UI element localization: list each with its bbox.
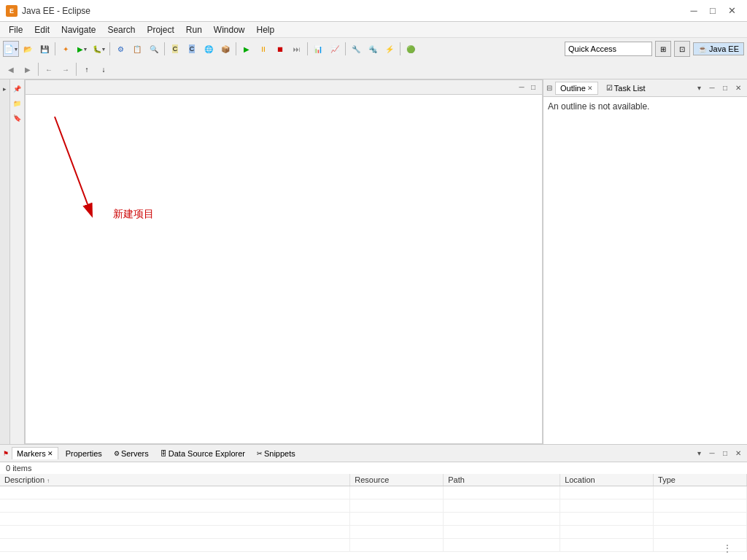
datasource-tab[interactable]: 🗄 Data Source Explorer [156, 448, 249, 459]
perspective-open-button[interactable]: ⊞ [655, 41, 671, 57]
col-header-location[interactable]: Location [560, 474, 654, 486]
servers-tab-label: Servers [121, 449, 149, 458]
window-title: Java EE - Eclipse [22, 6, 684, 16]
bp-minimize-button[interactable]: ─ [706, 448, 718, 459]
toolbar-btn-e1[interactable]: 📊 [310, 41, 326, 57]
toolbar-btn-d3[interactable]: ⏹ [272, 41, 288, 57]
bp-maximize-button[interactable]: □ [719, 448, 731, 459]
perspective-restore-button[interactable]: ⊡ [674, 41, 690, 57]
sidebar-icon-1[interactable]: ▸ [0, 83, 11, 95]
toolbar-btn-ext1[interactable]: ⚙ [112, 41, 128, 57]
toolbar-btn-g1[interactable]: 🟢 [403, 41, 419, 57]
toolbar-btn-debug[interactable]: 🐛▼ [91, 41, 107, 57]
rp-menu-button[interactable]: ▾ [693, 82, 705, 94]
rp-maximize-button[interactable]: □ [719, 82, 731, 94]
toolbar-btn-f1[interactable]: 🔧 [348, 41, 364, 57]
toolbar-btn-d2[interactable]: ⏸ [255, 41, 271, 57]
col-header-type[interactable]: Type [654, 474, 747, 486]
nav-prev-button[interactable]: ◀ [3, 61, 19, 77]
new-button[interactable]: 📄 ▼ [3, 41, 19, 57]
snippets-tab-label: Snippets [264, 449, 295, 458]
toolbar-separator-5 [307, 42, 308, 55]
outline-tab[interactable]: Outline ✕ [555, 82, 598, 95]
menu-run[interactable]: Run [180, 23, 208, 36]
toolbar-separator-7 [400, 42, 400, 55]
tasklist-tab[interactable]: ☑ Task List [601, 82, 651, 95]
col-header-resource[interactable]: Resource [350, 474, 444, 486]
toolbar-separator-6 [345, 42, 346, 55]
forward-button[interactable]: → [58, 61, 74, 77]
menu-edit[interactable]: Edit [28, 23, 55, 36]
right-panel-header: ⊟ Outline ✕ ☑ Task List ▾ ─ □ ✕ [543, 79, 747, 97]
markers-tab-close[interactable]: ✕ [47, 450, 53, 457]
toolbar-separator-1 [55, 42, 55, 55]
servers-tab[interactable]: ⚙ Servers [109, 448, 153, 459]
quick-access-input[interactable] [565, 42, 652, 56]
toolbar-btn-ext3[interactable]: 🔍 [146, 41, 162, 57]
bottom-panel: ⚑ Markers ✕ Properties ⚙ Servers 🗄 Data … [0, 444, 747, 560]
markers-tab[interactable]: Markers ✕ [12, 447, 58, 459]
menu-project[interactable]: Project [141, 23, 179, 36]
bp-close-button[interactable]: ✕ [732, 448, 744, 459]
open-button[interactable]: 📂 [20, 41, 36, 57]
down-button[interactable]: ↓ [96, 61, 112, 77]
editor-area: ─ □ 新建项目 [25, 79, 543, 444]
minimize-button[interactable]: ─ [684, 1, 703, 20]
sort-arrow-description: ↑ [47, 478, 50, 484]
toolbar-btn-run[interactable]: ▶▼ [74, 41, 90, 57]
nav-next-button[interactable]: ▶ [20, 61, 36, 77]
toolbar-btn-ext2[interactable]: 📋 [129, 41, 145, 57]
editor-maximize-button[interactable]: □ [527, 82, 539, 93]
properties-tab[interactable]: Properties [61, 448, 107, 459]
save-button[interactable]: 💾 [36, 41, 53, 57]
sidebar-bookmark-icon[interactable]: 🔖 [12, 112, 23, 124]
toolbar-btn-f2[interactable]: 🔩 [365, 41, 381, 57]
outline-tab-label: Outline [560, 84, 586, 93]
toolbar-btn-print[interactable]: ✦ [58, 41, 74, 57]
toolbar-btn-c4[interactable]: 📦 [217, 41, 233, 57]
bp-menu-button[interactable]: ▾ [693, 448, 705, 459]
right-panel-controls: ▾ ─ □ ✕ [693, 82, 744, 94]
rp-minimize-button[interactable]: ─ [706, 82, 718, 94]
col-header-path[interactable]: Path [444, 474, 560, 486]
menu-search[interactable]: Search [101, 23, 141, 36]
back-button[interactable]: ← [41, 61, 57, 77]
maximize-button[interactable]: □ [703, 1, 722, 20]
toolbar-separator-3 [164, 42, 165, 55]
outline-tab-close[interactable]: ✕ [587, 85, 593, 92]
bottom-panel-controls: ▾ ─ □ ✕ [693, 448, 744, 459]
table-row [0, 539, 747, 552]
toolbar-btn-f3[interactable]: ⚡ [382, 41, 398, 57]
editor-body[interactable]: 新建项目 [26, 95, 542, 443]
snippets-tab[interactable]: ✂ Snippets [252, 448, 300, 459]
perspective-label[interactable]: ☕ Java EE [693, 42, 744, 55]
properties-tab-label: Properties [66, 449, 102, 458]
quick-access-area: ⊞ ⊡ ☕ Java EE [565, 41, 744, 57]
toolbar-area: 📄 ▼ 📂 💾 ✦ ▶▼ 🐛▼ ⚙ 📋 🔍 C C 🌐 📦 ▶ ⏸ ⏹ ⏭ 📊 … [0, 38, 747, 79]
close-button[interactable]: ✕ [722, 1, 741, 20]
toolbar-btn-c3[interactable]: 🌐 [201, 41, 217, 57]
menu-navigate[interactable]: Navigate [55, 23, 101, 36]
table-row [0, 486, 747, 499]
toolbar-separator-4 [236, 42, 236, 55]
menu-help[interactable]: Help [251, 23, 281, 36]
new-project-label: 新建项目 [113, 208, 154, 221]
table-row [0, 526, 747, 539]
toolbar-btn-c1[interactable]: C [167, 41, 183, 57]
toolbar-btn-c2[interactable]: C [184, 41, 200, 57]
rp-close-button[interactable]: ✕ [732, 82, 744, 94]
table-header-row: Description ↑ Resource Path Location Typ… [0, 474, 747, 486]
menu-window[interactable]: Window [208, 23, 251, 36]
markers-table: Description ↑ Resource Path Location Typ… [0, 474, 747, 552]
toolbar-btn-d4[interactable]: ⏭ [289, 41, 305, 57]
sidebar-pin-icon[interactable]: 📌 [12, 83, 23, 95]
toolbar-row2: ◀ ▶ ← → ↑ ↓ [0, 60, 747, 79]
title-bar: E Java EE - Eclipse ─ □ ✕ [0, 0, 747, 22]
editor-minimize-button[interactable]: ─ [516, 82, 527, 93]
sidebar-folder-icon[interactable]: 📁 [12, 98, 23, 109]
col-header-description[interactable]: Description ↑ [0, 474, 350, 486]
up-button[interactable]: ↑ [79, 61, 95, 77]
toolbar-btn-e2[interactable]: 📈 [327, 41, 343, 57]
menu-file[interactable]: File [3, 23, 28, 36]
toolbar-btn-d1[interactable]: ▶ [239, 41, 255, 57]
